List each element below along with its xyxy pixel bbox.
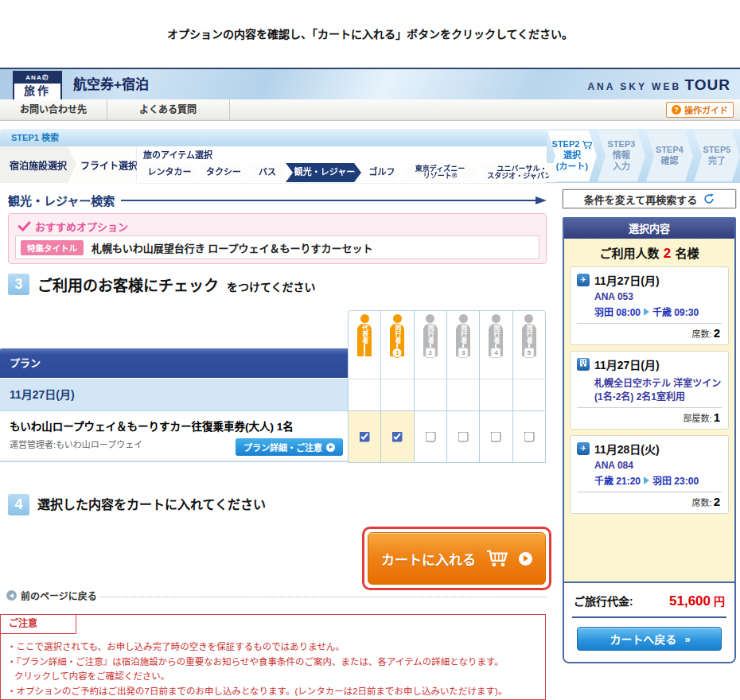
cart-icon: [485, 549, 509, 568]
person-icon: 同行者 2: [420, 314, 441, 360]
price-unit: 円: [711, 595, 725, 608]
flight-number: ANA 053: [594, 291, 722, 302]
count-label: 席数:: [692, 329, 712, 339]
people-count-row: ご利用人数 2 名様: [564, 239, 734, 266]
price-row: ご旅行代金: 51,600円: [572, 593, 726, 609]
room-count-row: 部屋数:1: [577, 407, 722, 426]
card-date: 11月27日(月): [594, 356, 660, 372]
back-to-cart-label: カートへ戻る: [610, 631, 676, 647]
passenger-col-companion1: 同行者 1: [381, 311, 414, 462]
price-value: 51,600: [669, 593, 711, 609]
recommend-label: おすすめオプション: [35, 219, 128, 234]
person-icon: 同行者 1: [387, 314, 407, 360]
seat-count-row: 席数:2: [577, 492, 722, 511]
tab-taxi[interactable]: タクシー: [198, 163, 247, 182]
route-arr: 羽田 23:00: [652, 473, 699, 487]
count-value: 2: [712, 495, 720, 508]
guide-button[interactable]: ? 操作ガイド: [666, 102, 734, 118]
step3-heading-rest: をつけてください: [227, 278, 316, 295]
dotted-divider: [100, 597, 547, 597]
price-divider: [572, 616, 726, 618]
notice-line: ・『プラン詳細・ご注意』は宿泊施設からの重要なお知らせや食事条件のご案内、または…: [7, 655, 539, 670]
brand-logo: ANA SKY WEB TOUR: [587, 69, 730, 101]
nav-contact[interactable]: お問い合わせ先: [0, 99, 107, 120]
research-button[interactable]: 条件を変えて再検索する: [563, 189, 736, 208]
plan-column-header: プラン: [0, 348, 348, 378]
notice-line: ・ここで選択されても、お申し込み完了時の空きを保証するものではありません。: [7, 640, 539, 655]
tab-sightseeing-leisure[interactable]: 観光・レジャー: [286, 163, 361, 182]
arrow-circle-icon: [519, 552, 532, 566]
count-label: 席数:: [692, 498, 712, 508]
feature-badge: 特集タイトル: [21, 240, 84, 255]
add-to-cart-button[interactable]: カートに入れる: [368, 532, 546, 585]
arrow-circle-icon: [326, 443, 335, 452]
travel-item-tabs: レンタカー タクシー バス 観光・レジャー ゴルフ 東京ディズニーリゾート® ユ…: [138, 163, 564, 182]
step3-heading: 3 ご利用のお客様にチェック をつけてください: [8, 274, 316, 295]
utility-nav: お問い合わせ先 よくある質問 ? 操作ガイド: [0, 99, 740, 121]
route-arrow-icon: [644, 476, 649, 484]
card-date: 11月27日(月): [594, 272, 660, 288]
people-count: 2: [663, 246, 672, 261]
add-to-cart-highlight: カートに入れる: [362, 527, 551, 590]
nav-faq[interactable]: よくある質問: [107, 99, 230, 120]
checkbox-companion3[interactable]: [458, 432, 469, 442]
plan-detail-button[interactable]: プラン詳細・ご注意: [236, 438, 343, 456]
tab-tokyo-disney[interactable]: 東京ディズニーリゾート®: [400, 163, 477, 182]
selection-panel-title: 選択内容: [564, 219, 734, 239]
checkbox-companion5[interactable]: [524, 432, 534, 442]
person-icon: 同行者 4: [485, 314, 506, 360]
passenger-col-representative: 代表者: [349, 311, 381, 462]
person-icon: 同行者 3: [453, 314, 473, 360]
tab-bus[interactable]: バス: [247, 163, 286, 182]
hotel-card: 11月27日(月) 札幌全日空ホテル 洋室ツイン(1名-2名) 2名1室利用 部…: [570, 351, 729, 430]
seat-count-row: 席数:2: [577, 323, 722, 342]
route-dep: 羽田 08:00: [594, 305, 641, 318]
back-row: 前のページに戻る: [6, 589, 547, 602]
tab-hotel-select[interactable]: 宿泊施設選択: [0, 146, 76, 183]
checkbox-representative[interactable]: [360, 432, 370, 442]
header-bar: ANAの 旅作 航空券+宿泊 ANA SKY WEB TOUR: [0, 68, 740, 101]
plan-title: もいわ山ロープウェイ＆もーりすカー往復乗車券(大人) 1名: [10, 418, 348, 434]
notice-line: クリックして内容をご確認ください。: [7, 669, 539, 684]
notice-body: ・ここで選択されても、お申し込み完了時の空きを保証するものではありません。 ・『…: [7, 640, 539, 698]
back-to-cart-button[interactable]: カートへ戻る »: [577, 627, 722, 651]
section-title-arrow-icon: [536, 196, 547, 204]
logo-ana-text: ANAの: [14, 72, 60, 84]
count-value: 2: [712, 326, 720, 340]
step4-heading: 4 選択した内容をカートに入れてください: [8, 494, 266, 515]
checkbox-companion4[interactable]: [491, 432, 501, 442]
person-icon: 代表者: [354, 314, 375, 360]
checkbox-companion1[interactable]: [392, 432, 403, 442]
guide-label: 操作ガイド: [684, 103, 728, 116]
step1-label: STEP1 検索: [11, 129, 59, 146]
checkbox-companion2[interactable]: [425, 432, 435, 442]
flight-card-return: ✈ 11月28日(火) ANA 084 千歳 21:20 羽田 23:00 席数…: [570, 435, 729, 514]
tab-golf[interactable]: ゴルフ: [361, 163, 400, 182]
tab-rentacar[interactable]: レンタカー: [138, 163, 198, 182]
page: オプションの内容を確認し、「カートに入れる」ボタンをクリックしてください。 AN…: [0, 0, 740, 700]
cart-icon: [582, 141, 592, 150]
person-icon: 同行者 5: [519, 314, 539, 360]
section-title-line: [121, 200, 536, 201]
feature-strip: 特集タイトル 札幌もいわ山展望台行き ロープウェイ＆もーりすカーセット: [15, 235, 539, 259]
check-icon: [18, 218, 31, 231]
hotel-desc: 札幌全日空ホテル 洋室ツイン(1名-2名) 2名1室利用: [594, 375, 722, 402]
section-title: 観光・レジャー検索: [8, 192, 115, 208]
route-arrow-icon: [644, 308, 649, 316]
recommend-label-row: おすすめオプション: [18, 219, 128, 234]
back-link[interactable]: 前のページに戻る: [21, 589, 97, 602]
passenger-col-companion2: 同行者 2: [415, 311, 447, 462]
step3-number: 3: [8, 274, 29, 295]
recommend-box: おすすめオプション 特集タイトル 札幌もいわ山展望台行き ロープウェイ＆もーりす…: [8, 213, 547, 264]
question-icon: ?: [672, 105, 681, 115]
plan-row: もいわ山ロープウェイ＆もーりすカー往復乗車券(大人) 1名 運営管理者:もいわ山…: [0, 411, 348, 462]
passenger-col-companion4: 同行者 4: [480, 311, 512, 462]
selection-sidebar: 条件を変えて再検索する 選択内容 ご利用人数 2 名様 ✈ 11月27日(月) …: [563, 189, 736, 663]
plan-table: プラン 11月27日(月) もいわ山ロープウェイ＆もーりすカー往復乗車券(大人)…: [0, 310, 547, 463]
logo-tabisaku-text: 旅作: [14, 84, 60, 99]
price-label: ご旅行代金:: [574, 593, 633, 609]
plan-detail-label: プラン詳細・ご注意: [243, 441, 322, 453]
plan-date-row: 11月27日(月): [0, 378, 348, 411]
ana-tabisaku-logo[interactable]: ANAの 旅作: [13, 71, 62, 101]
step1-bar: STEP1 検索: [0, 129, 547, 146]
